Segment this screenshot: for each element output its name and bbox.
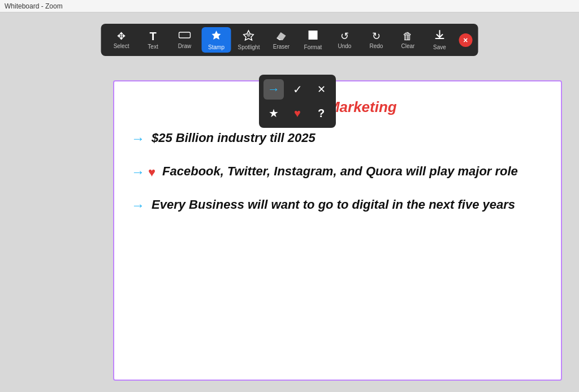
stamp-check[interactable]: ✓ [287, 79, 308, 100]
stamp-dropdown: → ✓ ✕ ★ ♥ ? [259, 75, 336, 128]
bullet2-icons: → ♥ [131, 163, 155, 180]
tool-clear[interactable]: 🗑 Clear [393, 29, 422, 51]
whiteboard-canvas[interactable]: Digital Marketing → $25 Billion industry… [113, 80, 562, 381]
bullet-item-3: → Every Business will want to go to digi… [131, 196, 544, 214]
bullet-item-1: → $25 Billion industry till 2025 [131, 130, 544, 147]
spotlight-label: Spotlight [238, 44, 260, 50]
bullet3-arrow: → [131, 197, 145, 213]
redo-icon: ↻ [372, 31, 381, 41]
bullet-item-2: → ♥ Facebook, Twitter, Instagram, and Qu… [131, 163, 544, 180]
tool-stamp[interactable]: Stamp [202, 27, 231, 53]
tool-format[interactable]: Format [298, 27, 327, 53]
bullet1-icons: → [131, 130, 145, 147]
bullet1-text: $25 Billion industry till 2025 [152, 130, 316, 147]
tool-undo[interactable]: ↺ Undo [330, 29, 359, 51]
select-icon: ✥ [117, 31, 126, 41]
select-label: Select [114, 43, 129, 49]
stamp-star[interactable]: ★ [263, 103, 284, 123]
undo-label: Undo [338, 43, 352, 49]
titlebar: Whiteboard - Zoom [0, 0, 579, 12]
tool-redo[interactable]: ↻ Redo [361, 29, 391, 51]
draw-label: Draw [178, 43, 191, 49]
svg-rect-0 [179, 32, 191, 38]
text-label: Text [148, 44, 158, 50]
save-label: Save [433, 44, 446, 50]
eraser-label: Eraser [273, 44, 290, 50]
bullet2-text: Facebook, Twitter, Instagram, and Quora … [162, 163, 518, 180]
tool-draw[interactable]: Draw [170, 28, 200, 51]
canvas-content: Digital Marketing → $25 Billion industry… [114, 81, 561, 240]
svg-rect-3 [308, 31, 317, 40]
toolbar: ✥ Select T Text Draw Stamp Spotlight [101, 24, 478, 56]
canvas-title: Digital Marketing [131, 98, 544, 116]
main-area: ✥ Select T Text Draw Stamp Spotlight [0, 12, 579, 392]
close-button[interactable]: × [459, 33, 472, 47]
clear-label: Clear [401, 43, 415, 49]
tool-select[interactable]: ✥ Select [107, 29, 136, 51]
save-icon [434, 29, 445, 42]
svg-point-2 [247, 33, 250, 37]
redo-label: Redo [370, 43, 383, 49]
text-icon: T [149, 31, 156, 42]
stamp-heart[interactable]: ♥ [287, 103, 308, 123]
clear-icon: 🗑 [403, 31, 413, 41]
stamp-question[interactable]: ? [311, 103, 331, 123]
close-icon: × [463, 36, 468, 45]
tool-spotlight[interactable]: Spotlight [234, 27, 265, 53]
undo-icon: ↺ [340, 31, 349, 41]
bullet3-text: Every Business will want to go to digita… [152, 196, 515, 214]
bullet2-heart: ♥ [148, 165, 155, 180]
stamp-icon [211, 29, 222, 42]
format-label: Format [304, 44, 322, 50]
bullet3-icons: → [131, 196, 145, 213]
spotlight-icon [243, 29, 254, 42]
stamp-cross[interactable]: ✕ [311, 79, 331, 100]
tool-text[interactable]: T Text [139, 28, 168, 52]
bullet2-arrow: → [131, 164, 145, 180]
titlebar-title: Whiteboard - Zoom [5, 2, 63, 10]
stamp-arrow[interactable]: → [263, 79, 284, 100]
eraser-icon [275, 30, 287, 42]
bullet1-arrow: → [131, 131, 145, 147]
tool-eraser[interactable]: Eraser [266, 28, 296, 52]
stamp-label: Stamp [208, 44, 224, 50]
format-icon [307, 29, 318, 42]
svg-marker-1 [212, 31, 221, 40]
draw-icon [179, 31, 191, 41]
tool-save[interactable]: Save [425, 27, 454, 53]
